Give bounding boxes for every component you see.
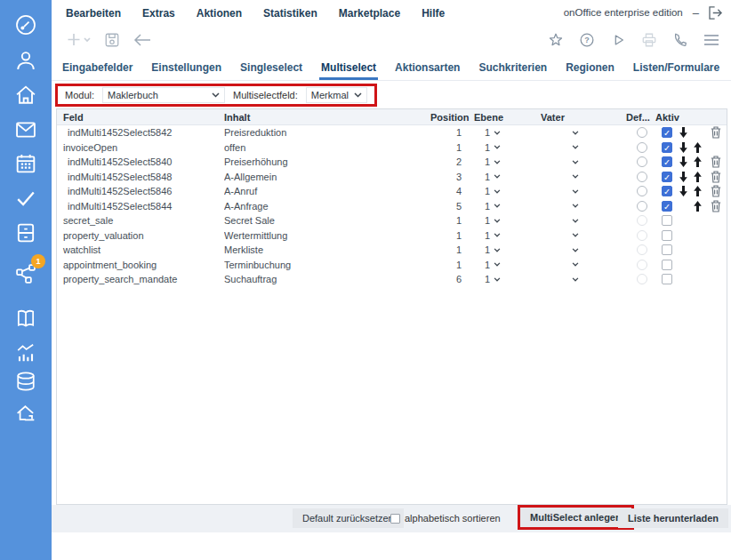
tab-singleselect[interactable]: Singleselect <box>240 55 302 80</box>
menu-aktionen[interactable]: Aktionen <box>197 7 242 20</box>
aktiv-checkbox[interactable] <box>662 260 672 270</box>
move-up-icon[interactable] <box>690 142 704 153</box>
database-icon[interactable] <box>13 369 38 394</box>
knowledge-icon[interactable] <box>13 306 38 331</box>
aktiv-checkbox[interactable] <box>662 172 672 182</box>
save-icon[interactable] <box>104 32 120 48</box>
default-radio[interactable] <box>637 244 647 255</box>
vater-select[interactable] <box>524 160 626 164</box>
aktiv-checkbox[interactable] <box>662 156 672 167</box>
delete-icon[interactable] <box>704 185 727 197</box>
calendar-icon[interactable] <box>13 151 38 176</box>
vater-select[interactable] <box>524 219 626 223</box>
contacts-icon[interactable] <box>13 48 38 73</box>
move-up-icon[interactable] <box>690 156 704 167</box>
aktiv-checkbox[interactable] <box>662 230 672 241</box>
email-icon[interactable] <box>13 117 38 142</box>
menu-icon[interactable] <box>703 34 719 46</box>
archive-icon[interactable] <box>13 220 38 245</box>
ebene-select[interactable]: 1 <box>462 230 524 241</box>
default-radio[interactable] <box>637 215 647 226</box>
aktiv-checkbox[interactable] <box>662 244 672 255</box>
tab-listen-formulare[interactable]: Listen/Formulare <box>633 55 719 80</box>
move-up-icon[interactable] <box>690 186 704 196</box>
aktiv-checkbox[interactable] <box>662 274 672 284</box>
tab-regionen[interactable]: Regionen <box>566 55 615 80</box>
print-icon[interactable] <box>641 32 657 48</box>
properties-icon[interactable] <box>13 83 38 108</box>
default-radio[interactable] <box>637 260 647 270</box>
ebene-select[interactable]: 1 <box>462 201 524 212</box>
default-radio[interactable] <box>637 230 647 241</box>
menu-marketplace[interactable]: Marketplace <box>339 7 400 20</box>
ebene-select[interactable]: 1 <box>462 156 524 167</box>
vater-select[interactable] <box>524 262 626 267</box>
vater-select[interactable] <box>524 189 626 194</box>
tab-eingabefelder[interactable]: Eingabefelder <box>62 55 133 80</box>
move-up-icon[interactable] <box>690 172 704 182</box>
aktiv-checkbox[interactable] <box>662 201 672 212</box>
create-multiselect-button[interactable]: MultiSelect anlegen <box>520 508 631 527</box>
help-icon[interactable]: ? <box>579 32 595 48</box>
tab-suchkriterien[interactable]: Suchkriterien <box>478 55 547 80</box>
vater-select[interactable] <box>524 277 626 282</box>
network-icon[interactable]: 1 <box>13 261 38 286</box>
default-reset-button[interactable]: Default zurücksetzen <box>293 508 404 528</box>
phone-icon[interactable] <box>672 32 688 48</box>
alphabetical-sort-checkbox[interactable] <box>390 514 400 524</box>
back-arrow-icon[interactable] <box>133 33 151 47</box>
menu-hilfe[interactable]: Hilfe <box>422 7 445 20</box>
delete-icon[interactable] <box>704 171 727 183</box>
download-list-button[interactable]: Liste herunterladen <box>618 508 728 528</box>
vater-select[interactable] <box>524 233 626 237</box>
logout-icon[interactable] <box>709 6 724 20</box>
default-radio[interactable] <box>637 127 647 138</box>
tasks-icon[interactable] <box>13 186 38 211</box>
move-up-icon[interactable] <box>690 201 704 212</box>
ebene-select[interactable]: 1 <box>462 215 524 226</box>
menu-bearbeiten[interactable]: Bearbeiten <box>66 7 121 20</box>
vater-select[interactable] <box>524 248 626 252</box>
default-radio[interactable] <box>637 274 647 284</box>
favorite-star-icon[interactable] <box>548 32 564 48</box>
delete-icon[interactable] <box>704 156 727 168</box>
vater-select[interactable] <box>524 131 626 135</box>
vater-select[interactable] <box>524 145 626 149</box>
vater-select[interactable] <box>524 174 626 179</box>
ebene-select[interactable]: 1 <box>462 172 524 182</box>
aktiv-checkbox[interactable] <box>662 215 672 226</box>
tab-aktionsarten[interactable]: Aktionsarten <box>395 55 460 80</box>
tab-einstellungen[interactable]: Einstellungen <box>151 55 221 80</box>
ebene-select[interactable]: 1 <box>462 274 524 284</box>
add-record-icon[interactable] <box>67 32 91 48</box>
modul-select[interactable]: Maklerbuch <box>102 87 225 103</box>
vater-select[interactable] <box>524 204 626 208</box>
move-down-icon[interactable] <box>676 186 690 196</box>
ebene-select[interactable]: 1 <box>462 244 524 255</box>
default-radio[interactable] <box>637 156 647 167</box>
aktiv-checkbox[interactable] <box>662 142 672 153</box>
acquisition-icon[interactable] <box>13 402 38 427</box>
onoffice-logo-icon[interactable] <box>13 12 38 37</box>
statistics-icon[interactable] <box>13 340 38 365</box>
ebene-select[interactable]: 1 <box>462 260 524 270</box>
menu-statistiken[interactable]: Statistiken <box>263 7 317 20</box>
aktiv-checkbox[interactable] <box>662 186 672 196</box>
ebene-select[interactable]: 1 <box>462 127 524 138</box>
move-down-icon[interactable] <box>676 156 690 167</box>
default-radio[interactable] <box>637 186 647 196</box>
delete-icon[interactable] <box>704 200 727 212</box>
ebene-select[interactable]: 1 <box>462 142 524 153</box>
default-radio[interactable] <box>637 142 647 153</box>
menu-extras[interactable]: Extras <box>142 7 175 20</box>
delete-icon[interactable] <box>704 126 727 139</box>
tab-multiselect[interactable]: Multiselect <box>321 55 376 80</box>
move-down-icon[interactable] <box>676 127 690 138</box>
minimize-button[interactable]: – <box>693 7 699 19</box>
ebene-select[interactable]: 1 <box>462 186 524 196</box>
default-radio[interactable] <box>637 172 647 182</box>
aktiv-checkbox[interactable] <box>662 127 672 138</box>
move-down-icon[interactable] <box>676 172 690 182</box>
multiselectfeld-select[interactable]: Merkmal <box>306 87 367 103</box>
move-down-icon[interactable] <box>676 142 690 153</box>
